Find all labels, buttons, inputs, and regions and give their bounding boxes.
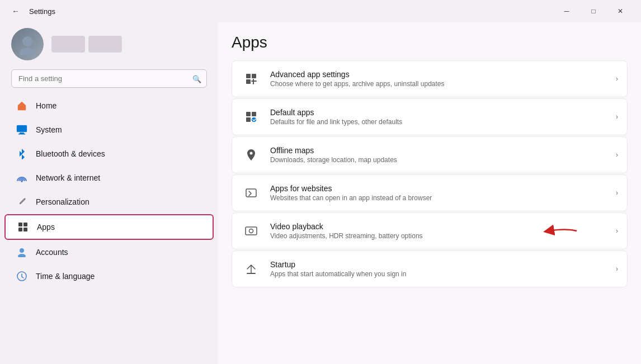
apps-for-websites-desc: Websites that can open in an app instead…: [270, 194, 607, 202]
video-playback-chevron: ›: [616, 227, 618, 235]
nav-list: Home System Bluetooth & devices Network …: [0, 93, 218, 289]
sidebar: 🔍 Home System Bluetooth & devices Networ…: [0, 22, 218, 364]
svg-rect-13: [246, 74, 251, 78]
video-playback-icon: [241, 221, 261, 241]
sidebar-item-label: Accounts: [36, 248, 68, 257]
svg-rect-16: [246, 112, 251, 116]
sidebar-item-apps[interactable]: Apps: [4, 214, 214, 240]
profile-name-block-1: [51, 36, 85, 53]
sidebar-item-network[interactable]: Network & internet: [4, 166, 214, 190]
settings-item-advanced-app-settings[interactable]: Advanced app settings Choose where to ge…: [232, 60, 628, 97]
sidebar-item-label: Apps: [37, 223, 55, 231]
default-apps-text: Default apps Defaults for file and link …: [270, 108, 607, 126]
offline-maps-title: Offline maps: [270, 146, 607, 155]
svg-rect-22: [246, 227, 257, 235]
offline-maps-chevron: ›: [616, 151, 618, 159]
home-icon: [16, 100, 28, 112]
sidebar-item-label: Home: [36, 101, 56, 110]
minimize-button[interactable]: ─: [554, 2, 579, 20]
sidebar-item-label: Personalization: [36, 197, 89, 206]
settings-item-default-apps[interactable]: Default apps Defaults for file and link …: [232, 98, 628, 135]
sidebar-item-personalization[interactable]: Personalization: [4, 190, 214, 214]
startup-text: Startup Apps that start automatically wh…: [270, 260, 607, 278]
svg-point-5: [21, 181, 23, 182]
accounts-icon: [16, 246, 28, 258]
time-icon: [16, 270, 28, 282]
svg-rect-4: [18, 134, 25, 135]
startup-chevron: ›: [616, 265, 618, 273]
sidebar-item-label: Network & internet: [36, 173, 100, 182]
sidebar-item-accounts[interactable]: Accounts: [4, 240, 214, 264]
svg-rect-24: [247, 273, 256, 274]
page-title: Apps: [232, 34, 628, 51]
default-apps-desc: Defaults for file and link types, other …: [270, 118, 607, 126]
svg-point-20: [250, 152, 253, 155]
network-icon: [16, 172, 28, 184]
titlebar: ← Settings ─ □ ✕: [0, 0, 641, 22]
svg-point-0: [22, 36, 32, 46]
sidebar-item-system[interactable]: System: [4, 118, 214, 141]
svg-rect-7: [23, 223, 27, 226]
default-apps-title: Default apps: [270, 108, 607, 117]
profile-name-area: [51, 36, 122, 53]
arrow-annotation: [543, 223, 588, 239]
apps-for-websites-title: Apps for websites: [270, 184, 607, 193]
offline-maps-text: Offline maps Downloads, storage location…: [270, 146, 607, 164]
settings-item-video-playback[interactable]: Video playback Video adjustments, HDR st…: [232, 212, 628, 249]
svg-point-10: [20, 248, 24, 253]
svg-rect-15: [246, 79, 251, 84]
default-apps-chevron: ›: [616, 113, 618, 121]
search-box: 🔍: [11, 69, 207, 88]
avatar: [11, 28, 44, 60]
svg-rect-9: [23, 228, 27, 231]
offline-maps-icon: [241, 145, 261, 165]
svg-rect-18: [246, 117, 251, 122]
system-icon: [16, 124, 28, 136]
apps-icon: [17, 221, 29, 233]
advanced-app-settings-title: Advanced app settings: [270, 70, 607, 79]
offline-maps-desc: Downloads, storage location, map updates: [270, 156, 607, 164]
svg-rect-2: [17, 125, 27, 132]
startup-title: Startup: [270, 260, 607, 269]
sidebar-item-time[interactable]: Time & language: [4, 264, 214, 288]
startup-icon: [241, 259, 261, 279]
apps-for-websites-chevron: ›: [616, 189, 618, 197]
advanced-app-settings-desc: Choose where to get apps, archive apps, …: [270, 80, 607, 88]
main-layout: 🔍 Home System Bluetooth & devices Networ…: [0, 22, 641, 364]
settings-item-startup[interactable]: Startup Apps that start automatically wh…: [232, 250, 628, 287]
titlebar-title: Settings: [29, 7, 55, 16]
titlebar-left: ← Settings: [8, 3, 55, 19]
avatar-image: [16, 33, 39, 55]
search-input[interactable]: [11, 69, 207, 88]
svg-rect-14: [252, 74, 256, 78]
apps-for-websites-icon: [241, 183, 261, 203]
titlebar-controls: ─ □ ✕: [554, 2, 633, 20]
svg-rect-3: [20, 133, 24, 134]
svg-point-1: [20, 48, 35, 55]
settings-list: Advanced app settings Choose where to ge…: [232, 60, 628, 287]
svg-point-11: [18, 254, 26, 257]
settings-item-apps-for-websites[interactable]: Apps for websites Websites that can open…: [232, 174, 628, 211]
sidebar-item-home[interactable]: Home: [4, 94, 214, 117]
personalization-icon: [16, 196, 28, 208]
search-icon: 🔍: [192, 74, 201, 83]
svg-rect-8: [18, 228, 22, 231]
sidebar-item-label: Time & language: [36, 272, 95, 281]
sidebar-item-label: Bluetooth & devices: [36, 149, 105, 158]
advanced-app-settings-icon: [241, 69, 261, 89]
sidebar-item-bluetooth[interactable]: Bluetooth & devices: [4, 142, 214, 166]
content-area: Apps Advanced app settings Choose where …: [218, 22, 641, 364]
sidebar-item-label: System: [36, 125, 62, 134]
close-button[interactable]: ✕: [607, 2, 633, 20]
profile-section: [0, 22, 218, 69]
back-button[interactable]: ←: [8, 3, 23, 19]
svg-rect-6: [18, 223, 22, 226]
maximize-button[interactable]: □: [581, 2, 606, 20]
bluetooth-icon: [16, 148, 28, 160]
startup-desc: Apps that start automatically when you s…: [270, 270, 607, 278]
apps-for-websites-text: Apps for websites Websites that can open…: [270, 184, 607, 202]
advanced-app-settings-text: Advanced app settings Choose where to ge…: [270, 70, 607, 88]
svg-rect-17: [252, 112, 256, 116]
advanced-app-settings-chevron: ›: [616, 75, 618, 83]
settings-item-offline-maps[interactable]: Offline maps Downloads, storage location…: [232, 136, 628, 173]
